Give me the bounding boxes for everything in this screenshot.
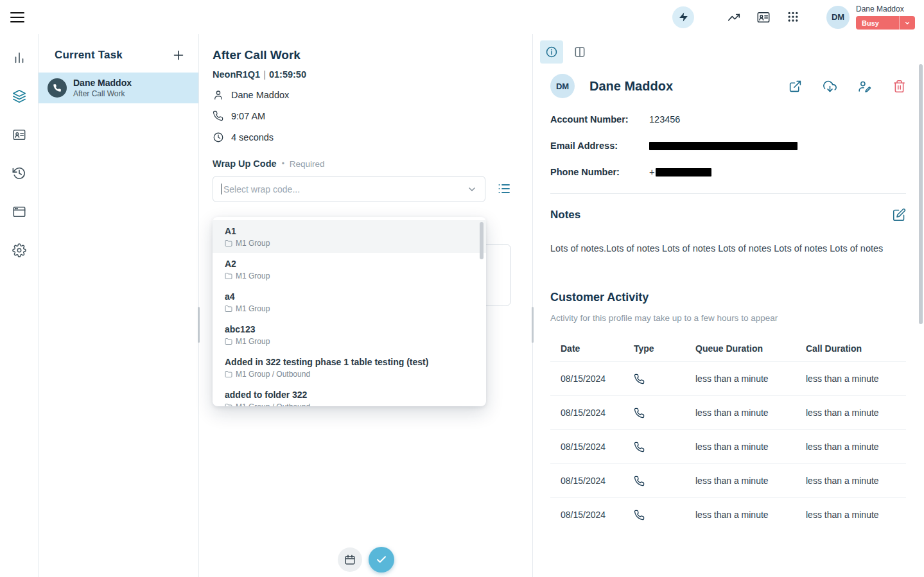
open-external-button[interactable] [789, 80, 802, 93]
current-task-title: Current Task [55, 49, 123, 62]
user-avatar[interactable]: DM [826, 6, 850, 29]
account-number-label: Account Number: [550, 114, 649, 125]
dialpad-button[interactable] [785, 10, 801, 25]
contact-name: Dane Maddox [589, 79, 673, 94]
schedule-button[interactable] [338, 547, 362, 572]
edit-contact-button[interactable] [858, 80, 871, 93]
folder-icon [225, 403, 232, 406]
wrap-up-code-label-row: Wrap Up Code • Required [213, 159, 532, 169]
task-queue-timer: NeonR1Q1|01:59:50 [213, 69, 532, 80]
phone-prefix: + [649, 167, 654, 177]
activity-call-duration: less than a minute [806, 408, 906, 418]
dropdown-scrollbar[interactable] [480, 222, 484, 259]
nav-contacts-icon[interactable] [12, 128, 26, 142]
panel-scrollbar[interactable] [919, 64, 923, 324]
wrap-code-option[interactable]: A2 M1 Group [213, 253, 486, 286]
activity-date: 08/15/2024 [561, 442, 634, 452]
analytics-button[interactable] [726, 10, 742, 25]
activity-table-row[interactable]: 08/15/2024 less than a minute less than … [550, 463, 906, 497]
activity-table-body: 08/15/2024 less than a minute less than … [550, 361, 906, 531]
folder-icon [225, 370, 232, 378]
col-type: Type [634, 343, 695, 354]
contact-name-row: Dane Maddox [213, 89, 532, 101]
option-label: A1 [225, 226, 477, 236]
contact-actions [789, 80, 906, 93]
activity-queue-duration: less than a minute [695, 374, 806, 384]
notes-title: Notes [550, 209, 580, 221]
activity-call-duration: less than a minute [806, 510, 906, 520]
wrap-code-list-button[interactable] [496, 181, 513, 198]
contacts-button[interactable] [756, 10, 771, 25]
dialpad-icon [787, 11, 799, 24]
contact-panel: DM Dane Maddox [532, 34, 924, 577]
activity-table-row[interactable]: 08/15/2024 less than a minute less than … [550, 395, 906, 429]
phone-icon [213, 110, 224, 122]
edit-notes-button[interactable] [893, 208, 906, 221]
nav-browser-icon[interactable] [12, 205, 26, 219]
task-list-item[interactable]: Dane Maddox After Call Work [39, 73, 198, 103]
col-date: Date [561, 343, 634, 354]
chevron-down-icon [900, 20, 915, 26]
wrap-up-code-label: Wrap Up Code [213, 159, 277, 169]
option-label: added to folder 322 [225, 390, 477, 400]
wrap-code-option[interactable]: A1 M1 Group [213, 220, 486, 253]
phone-icon [634, 510, 645, 521]
panel-resize-handle[interactable] [532, 307, 534, 343]
activity-table-row[interactable]: 08/15/2024 less than a minute less than … [550, 497, 906, 531]
duration-row: 4 seconds [213, 132, 532, 143]
account-number-row: Account Number: 123456 [550, 114, 906, 125]
activity-queue-duration: less than a minute [695, 476, 806, 486]
option-group-label: M1 Group [236, 271, 270, 280]
phone-row: Phone Number: + [550, 167, 906, 177]
task-avatar [48, 78, 67, 98]
contact-panel-tabs [540, 40, 924, 64]
delete-contact-button[interactable] [893, 80, 906, 93]
tab-split-view[interactable] [568, 40, 591, 64]
nav-settings-icon[interactable] [12, 243, 26, 257]
customer-activity-title: Customer Activity [550, 291, 906, 304]
chevron-down-icon[interactable] [467, 184, 477, 194]
list-icon [496, 181, 513, 196]
hamburger-menu-icon[interactable] [10, 8, 28, 26]
calendar-icon [344, 554, 356, 565]
quick-actions-button[interactable] [672, 6, 694, 28]
wrap-code-select[interactable]: Select wrap code... [213, 176, 485, 202]
nav-tasks-icon[interactable] [12, 89, 26, 103]
status-label: Busy [856, 19, 899, 27]
email-row: Email Address: [550, 141, 906, 151]
wrap-code-option[interactable]: added to folder 322 M1 Group / Outbound [213, 384, 486, 406]
wrap-code-option[interactable]: a4 M1 Group [213, 286, 486, 318]
section-divider [550, 193, 906, 194]
required-dot: • [282, 159, 284, 168]
notes-text: Lots of notes.Lots of notes Lots of note… [550, 242, 906, 255]
phone-icon [634, 476, 645, 487]
tab-contact-info[interactable] [540, 40, 563, 64]
complete-task-button[interactable] [369, 547, 394, 573]
wrap-code-dropdown: A1 M1 Group A2 M1 Group a4 M1 Group abc1… [213, 217, 486, 406]
activity-queue-duration: less than a minute [695, 442, 806, 452]
notes-header: Notes [550, 208, 906, 221]
activity-table-row[interactable]: 08/15/2024 less than a minute less than … [550, 361, 906, 395]
wrap-code-options: A1 M1 Group A2 M1 Group a4 M1 Group abc1… [213, 220, 486, 406]
activity-queue-duration: less than a minute [695, 510, 806, 520]
nav-reporting-icon[interactable] [12, 51, 26, 65]
option-group: M1 Group / Outbound [225, 402, 477, 406]
option-group: M1 Group / Outbound [225, 370, 477, 379]
task-item-subtitle: After Call Work [73, 89, 132, 98]
lightning-icon [678, 12, 689, 22]
download-button[interactable] [823, 80, 837, 93]
activity-table-row[interactable]: 08/15/2024 less than a minute less than … [550, 429, 906, 463]
nav-history-icon[interactable] [12, 166, 26, 180]
wrap-code-option[interactable]: abc123 M1 Group [213, 318, 486, 351]
status-dropdown[interactable]: Busy [856, 16, 915, 30]
wrap-code-option[interactable]: Added in 322 testing phase 1 table testi… [213, 351, 486, 384]
current-task-header: Current Task [39, 34, 198, 62]
option-group-label: M1 Group / Outbound [236, 402, 310, 406]
add-task-button[interactable] [171, 48, 186, 62]
pencil-square-icon [893, 208, 906, 221]
option-group: M1 Group [225, 239, 477, 248]
task-timer: 01:59:50 [269, 69, 306, 80]
current-task-panel: Current Task Dane Maddox After Call Work [39, 34, 199, 577]
phone-icon [53, 83, 62, 92]
email-redacted-value [649, 142, 798, 150]
